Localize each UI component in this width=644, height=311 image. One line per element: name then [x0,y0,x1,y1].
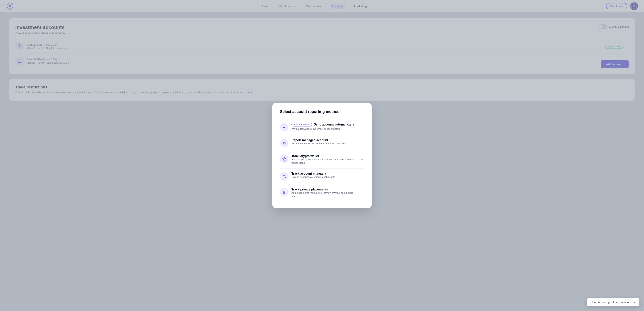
option-content-managed: Report managed account We'll maintain re… [292,139,358,145]
option-desc-private: Add placements manually for review by yo… [292,191,358,198]
toast-notification[interactable]: How likely are you to recommen… ▲ [587,298,640,306]
option-content-manual: Track account manually Upload account st… [292,172,358,179]
option-desc-crypto: (coming soon) we'll automatically track … [292,158,358,165]
people-icon [280,139,288,147]
option-content-private: Track private placements Add placements … [292,188,358,198]
option-track-manual[interactable]: Track account manually Upload account st… [280,168,364,184]
option-arrow-private: → [360,191,364,195]
svg-point-18 [283,142,284,143]
option-arrow-managed: → [360,141,364,145]
bolt-icon [280,123,288,131]
svg-point-19 [284,142,285,143]
toast-expand-icon[interactable]: ▲ [633,301,636,303]
option-desc-managed: We'll maintain records of your managed a… [292,142,358,145]
option-desc-manual: Upload account statements each month [292,175,358,179]
option-title-private: Track private placements [292,188,358,191]
recommended-badge: Recommended [292,123,312,126]
option-track-crypto[interactable]: Track crypto wallet (coming soon) we'll … [280,151,364,168]
svg-point-25 [284,193,284,193]
option-content-crypto: Track crypto wallet (coming soon) we'll … [292,154,358,165]
option-track-private[interactable]: Track private placements Add placements … [280,184,364,202]
modal-overlay[interactable]: Select account reporting method Recommen… [0,0,644,311]
option-title-sync: Sync account automatically [314,123,354,126]
option-sync-auto[interactable]: Recommended Sync account automatically W… [280,119,364,135]
option-desc-sync: We'll automatically sync your account de… [292,127,358,131]
option-title-crypto: Track crypto wallet [292,154,358,158]
svg-rect-22 [283,177,286,178]
option-header-sync: Recommended Sync account automatically [292,123,358,126]
diamond-icon [280,155,288,163]
select-account-modal: Select account reporting method Recommen… [272,103,372,208]
modal-title: Select account reporting method [280,109,364,114]
upload-icon [280,172,288,181]
option-arrow-sync: → [360,125,364,129]
option-arrow-crypto: → [360,158,364,162]
option-title-manual: Track account manually [292,172,358,175]
option-title-managed: Report managed account [292,139,358,142]
svg-marker-21 [283,157,286,159]
toast-text: How likely are you to recommen… [591,301,632,304]
option-content-sync: Recommended Sync account automatically W… [292,123,358,131]
option-report-managed[interactable]: Report managed account We'll maintain re… [280,135,364,151]
lock-icon [280,188,288,197]
svg-marker-17 [283,126,285,129]
option-arrow-manual: → [360,174,364,178]
